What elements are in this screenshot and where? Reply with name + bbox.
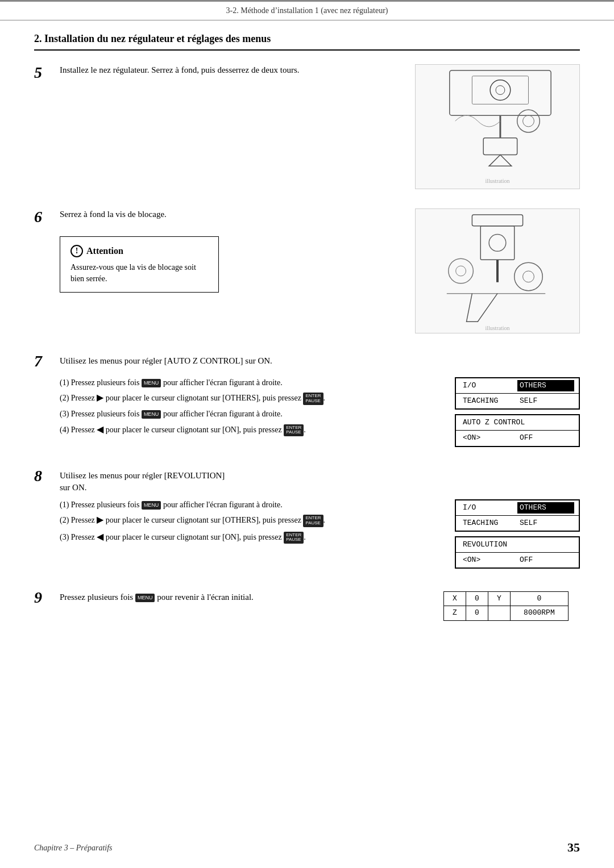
svg-point-6 [517, 110, 540, 132]
menu-key-7-3: MENU [142, 410, 161, 419]
coord-x-val: 0 [466, 592, 488, 606]
step-7: 7 Utilisez les menus pour régler [AUTO Z… [34, 353, 580, 452]
svg-point-16 [456, 266, 466, 276]
step-8-text: Utilisez les menus pour régler [REVOLUTI… [60, 468, 225, 494]
page-header: 3-2. Méthode d’installation 1 (avec nez … [0, 0, 614, 20]
coord-z-val: 0 [466, 606, 488, 620]
menu-key-9: MENU [135, 594, 155, 602]
step-7-menus: I/O OTHERS TEACHING SELF AUTO Z CONTROL … [455, 377, 580, 452]
footer-page: 35 [567, 839, 580, 857]
svg-text:illustration: illustration [486, 178, 510, 184]
step-8-self: SELF [517, 518, 574, 529]
step-7-number: 7 [34, 353, 60, 370]
enter-key-7-4: ENTERPAUSE [284, 424, 304, 437]
step-5-left: 5 Installez le nez régulateur. Serrez à … [34, 64, 398, 87]
coord-y-val: 0 [510, 592, 568, 606]
step-8-menu2: REVOLUTION <ON> OFF [455, 536, 580, 569]
svg-rect-9 [472, 215, 522, 226]
step-5-illustration: illustration [415, 64, 580, 189]
attention-icon: ! [70, 245, 83, 257]
step-7-on: <ON> [460, 432, 517, 444]
attention-text: Assurez-vous que la vis de blocage soit … [70, 262, 208, 284]
step-8-menu1-row1: I/O OTHERS [456, 500, 579, 516]
step-6-left: 6 Serrez à fond la vis de blocage. ! Att… [34, 208, 398, 293]
svg-point-13 [515, 262, 543, 291]
step-7-menu1-row2: TEACHING SELF [456, 394, 579, 408]
step-7-io: I/O [460, 380, 517, 391]
page-footer: Chapitre 3 – Préparatifs 35 [0, 839, 614, 857]
step-8-menu1: I/O OTHERS TEACHING SELF [455, 499, 580, 532]
step-8-revolution: REVOLUTION [460, 539, 574, 550]
step-8-menus: I/O OTHERS TEACHING SELF REVOLUTION <ON> [455, 499, 580, 574]
step-7-others: OTHERS [517, 380, 574, 391]
step-7-menu2-row2: <ON> OFF [456, 431, 579, 445]
coord-rpm-val: 8000RPM [510, 606, 568, 620]
attention-title: ! Attention [70, 245, 208, 257]
step-5: 5 Installez le nez régulateur. Serrez à … [34, 64, 580, 193]
step-9: 9 Pressez plusieurs fois MENU pour reven… [34, 589, 580, 620]
step-7-sub3: (3) Pressez plusieurs fois MENU pour aff… [60, 408, 438, 420]
coord-row-2: Z 0 8000RPM [444, 606, 569, 620]
step-8: 8 Utilisez les menus pour régler [REVOLU… [34, 468, 580, 574]
svg-point-15 [449, 258, 474, 283]
step-6-number: 6 [34, 208, 60, 226]
svg-point-7 [523, 115, 534, 127]
step-7-auto-z-control: AUTO Z CONTROL [460, 417, 574, 428]
step-8-off: OFF [517, 554, 574, 566]
step-8-number: 8 [34, 468, 60, 485]
menu-key-8-1: MENU [142, 501, 161, 510]
step-9-text: Pressez plusieurs fois MENU pour revenir… [60, 591, 254, 603]
step-8-io: I/O [460, 502, 517, 514]
step-7-self: SELF [517, 395, 574, 407]
svg-point-11 [489, 234, 506, 251]
step-5-text: Installez le nez régulateur. Serrez à fo… [60, 64, 300, 76]
step-7-menu1-row1: I/O OTHERS [456, 378, 579, 394]
coord-row-1: X 0 Y 0 [444, 592, 569, 606]
svg-text:illustration: illustration [486, 325, 510, 331]
step-6-illustration: illustration [415, 208, 580, 333]
step-8-menu2-row1: REVOLUTION [456, 537, 579, 553]
header-text: 3-2. Méthode d’installation 1 (avec nez … [226, 6, 388, 15]
step-5-number: 5 [34, 64, 60, 82]
step-8-substeps: (1) Pressez plusieurs fois MENU pour aff… [34, 499, 438, 548]
step-8-teaching: TEACHING [460, 518, 517, 529]
enter-key-8-2: ENTERPAUSE [303, 515, 323, 527]
step-8-on: <ON> [460, 554, 517, 566]
svg-rect-5 [483, 138, 517, 155]
svg-point-14 [523, 271, 534, 282]
svg-point-2 [490, 80, 511, 101]
step-8-menu1-row2: TEACHING SELF [456, 516, 579, 531]
step-7-sub4: (4) Pressez ◀ pour placer le curseur cli… [60, 423, 438, 437]
svg-rect-10 [480, 226, 514, 260]
step-7-teaching: TEACHING [460, 395, 517, 407]
coord-rpm-label [488, 606, 510, 620]
coord-z-label: Z [444, 606, 466, 620]
svg-point-3 [496, 85, 505, 94]
menu-key: MENU [142, 379, 161, 387]
step-8-others: OTHERS [517, 502, 574, 514]
enter-key-8-3: ENTERPAUSE [284, 532, 304, 544]
step-9-table-container: X 0 Y 0 Z 0 8000RPM [443, 591, 569, 620]
step-9-coord-table: X 0 Y 0 Z 0 8000RPM [443, 591, 569, 620]
step-6: 6 Serrez à fond la vis de blocage. ! Att… [34, 208, 580, 337]
svg-rect-0 [450, 70, 551, 115]
step-8-menu2-row2: <ON> OFF [456, 553, 579, 567]
coord-y-label: Y [488, 592, 510, 606]
step-7-menu2: AUTO Z CONTROL <ON> OFF [455, 414, 580, 446]
step-8-sub1: (1) Pressez plusieurs fois MENU pour aff… [60, 499, 438, 511]
step-7-menu1: I/O OTHERS TEACHING SELF [455, 377, 580, 410]
attention-box: ! Attention Assurez-vous que la vis de b… [60, 236, 219, 293]
coord-x-label: X [444, 592, 466, 606]
step-7-menu2-row1: AUTO Z CONTROL [456, 415, 579, 431]
step-7-off: OFF [517, 432, 574, 444]
step-9-number: 9 [34, 589, 60, 607]
step-7-text: Utilisez les menus pour régler [AUTO Z C… [60, 353, 272, 367]
footer-left: Chapitre 3 – Préparatifs [34, 842, 113, 854]
step-8-sub2: (2) Pressez ▶ pour placer le curseur cli… [60, 514, 438, 527]
step-7-sub2: (2) Pressez ▶ pour placer le curseur cli… [60, 391, 438, 405]
step-7-substeps: (1) Pressez plusieurs fois MENU pour aff… [34, 377, 438, 440]
step-5-image: illustration [415, 64, 580, 193]
enter-key-7-2: ENTERPAUSE [303, 393, 323, 405]
section-title: 2. Installation du nez régulateur et rég… [34, 32, 580, 51]
step-6-image: illustration [415, 208, 580, 337]
